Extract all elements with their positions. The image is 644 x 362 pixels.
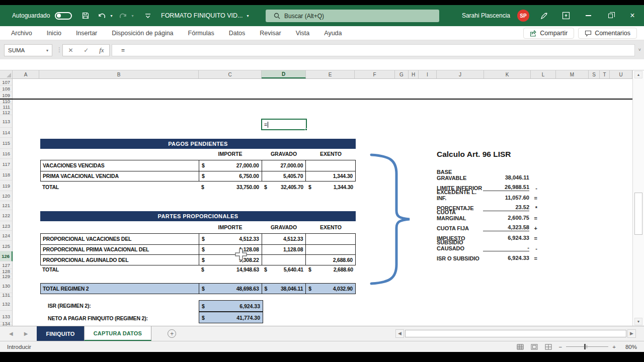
partes-total-row[interactable]: TOTAL $14,948.63 $5,640.41 $2,688.60 [40, 264, 356, 275]
ribbon-display-options-icon[interactable] [558, 8, 574, 23]
page-layout-view-icon[interactable] [531, 344, 538, 350]
row-header[interactable]: 123 [0, 221, 12, 231]
curly-brace-shape[interactable] [367, 151, 414, 288]
row-header[interactable]: 116 [0, 149, 12, 159]
zoom-slider-thumb[interactable] [584, 344, 586, 349]
scroll-right-icon[interactable]: ▶ [627, 329, 636, 338]
scroll-down-icon[interactable]: ▼ [634, 318, 642, 325]
minimize-button[interactable] [581, 8, 596, 23]
row-header[interactable]: 113 [0, 115, 12, 128]
comments-button[interactable]: Comentarios [578, 28, 637, 39]
row-header[interactable]: 118 [0, 169, 12, 180]
row-header[interactable]: 109 [0, 92, 12, 99]
row-header[interactable]: 117 [0, 159, 12, 169]
name-box[interactable]: SUMA ▾ [4, 44, 52, 56]
row-header[interactable]: 127 [0, 261, 12, 269]
column-header-t[interactable]: T [600, 70, 610, 78]
row-header[interactable]: 129 [0, 274, 12, 279]
tab-vista[interactable]: Vista [296, 30, 310, 37]
tab-formulas[interactable]: Fórmulas [188, 30, 214, 37]
cancel-entry-icon[interactable]: ✕ [68, 47, 73, 54]
confirm-entry-icon[interactable]: ✓ [84, 47, 89, 54]
row-header[interactable]: 119 [0, 180, 12, 191]
column-header-f[interactable]: F [355, 70, 395, 78]
fill-handle[interactable] [305, 128, 307, 131]
column-header-m[interactable]: M [556, 70, 589, 78]
scroll-up-icon[interactable]: ▲ [634, 71, 642, 78]
horizontal-scroll-thumb[interactable] [405, 330, 626, 337]
table-row[interactable]: PROPORCIONAL PRIMA VACACIONAL DEL $1,128… [41, 244, 355, 255]
table-row[interactable]: PROPORCIONAL AGUINALDO DEL $9,308.22 2,6… [41, 254, 355, 265]
column-header-e[interactable]: E [306, 70, 355, 78]
row-header[interactable]: 115 [0, 138, 12, 149]
formula-bar-expand-icon[interactable]: ˅ [638, 47, 641, 52]
column-header-k[interactable]: K [484, 70, 531, 78]
share-button[interactable]: Compartir [523, 28, 574, 39]
undo-caret-icon[interactable]: ▾ [110, 14, 112, 18]
row-header-selected[interactable]: 126 [0, 251, 13, 261]
title-caret-icon[interactable]: ▾ [247, 14, 249, 18]
scroll-left-icon[interactable]: ◀ [395, 329, 404, 338]
row-header[interactable]: 114 [0, 128, 12, 138]
column-header-s[interactable]: S [589, 70, 600, 78]
tab-insertar[interactable]: Insertar [76, 30, 97, 37]
total-regimen-row[interactable]: TOTAL REGIMEN 2 $48,698.63 $38,046.11 $4… [40, 283, 356, 294]
autosave-toggle[interactable] [55, 12, 72, 20]
row-header[interactable]: 130 [0, 279, 12, 293]
sheet-nav-left-icon[interactable]: ◀ [9, 331, 13, 336]
row-header[interactable]: 121 [0, 201, 12, 210]
zoom-out-icon[interactable]: − [559, 344, 562, 350]
tab-revisar[interactable]: Revisar [260, 30, 281, 37]
page-break-view-icon[interactable] [545, 344, 552, 350]
active-cell-editing[interactable]: = [261, 119, 307, 130]
row-header[interactable]: 107 [0, 79, 12, 85]
tab-datos[interactable]: Datos [229, 30, 246, 37]
column-header-l[interactable]: L [531, 70, 556, 78]
tab-ayuda[interactable]: Ayuda [324, 30, 342, 37]
undo-icon[interactable] [96, 10, 107, 21]
column-header-h[interactable]: H [409, 70, 419, 78]
sheet-tab-finiquito[interactable]: FINIQUITO [37, 326, 84, 341]
column-header-u[interactable]: U [610, 70, 632, 78]
user-name[interactable]: Sarahi Plascencia [462, 12, 510, 19]
save-icon[interactable] [80, 10, 91, 21]
sheet-grid[interactable]: 107 108 109 110 111 112 113 114 115 116 … [0, 79, 632, 326]
tab-inicio[interactable]: Inicio [47, 30, 61, 37]
quick-access-menu-icon[interactable] [142, 10, 153, 21]
zoom-in-icon[interactable]: + [612, 344, 616, 350]
zoom-slider[interactable] [566, 346, 608, 347]
table-row[interactable]: PROPORCIONAL VACACIONES DEL $4,512.33 4,… [41, 234, 355, 244]
normal-view-icon[interactable] [517, 344, 524, 350]
row-header[interactable]: 134 [0, 322, 12, 325]
row-header[interactable]: 111 [0, 104, 12, 110]
row-header[interactable]: 132 [0, 297, 12, 311]
zoom-level[interactable]: 80% [623, 344, 637, 350]
isr-value-box[interactable]: $ 6,924.33 [199, 300, 263, 312]
search-box[interactable]: Buscar (Alt+Q) [266, 10, 439, 22]
column-header-j[interactable]: J [437, 70, 484, 78]
new-sheet-icon[interactable]: + [168, 329, 176, 338]
table-row[interactable]: PRIMA VACACIONAL VENCIDA $6,750.00 5,405… [41, 171, 355, 182]
row-header[interactable]: 122 [0, 210, 12, 221]
formula-input[interactable]: = [112, 44, 635, 56]
column-header-i[interactable]: I [419, 70, 437, 78]
vertical-scrollbar[interactable]: ▲ ▼ [632, 70, 644, 326]
tab-archivo[interactable]: Archivo [11, 30, 32, 37]
table-row[interactable]: VACACIONES VENCIDAS $27,000.00 27,000.00 [41, 160, 355, 171]
pagos-total-row[interactable]: TOTAL $33,750.00 $32,405.70 $1,344.30 [40, 182, 356, 192]
document-title[interactable]: FORMATO FINIQUITO VID... [161, 12, 243, 19]
row-header[interactable]: 124 [0, 231, 12, 241]
row-header[interactable]: 108 [0, 85, 12, 92]
column-header-b[interactable]: B [39, 70, 199, 78]
avatar[interactable]: SP [517, 10, 529, 22]
row-header[interactable]: 125 [0, 241, 12, 251]
vertical-scroll-thumb[interactable] [634, 193, 642, 235]
column-header-d[interactable]: D [262, 70, 306, 78]
row-header[interactable]: 120 [0, 191, 12, 201]
restore-button[interactable] [603, 8, 618, 23]
name-box-caret-icon[interactable]: ▾ [46, 48, 48, 53]
sheet-tab-captura-datos[interactable]: CAPTURA DATOS [84, 326, 152, 341]
row-header[interactable]: 131 [0, 293, 12, 297]
close-button[interactable]: × [625, 8, 640, 23]
column-header-a[interactable]: A [13, 70, 39, 78]
